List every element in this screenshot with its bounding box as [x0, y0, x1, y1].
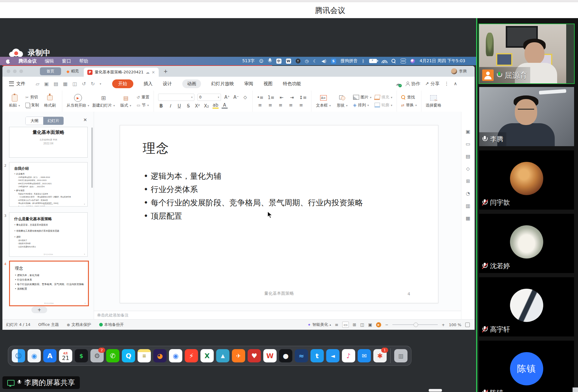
dock-icon-wechat[interactable]: ✆ — [106, 349, 119, 362]
dock-icon-mail[interactable]: ✉ — [358, 349, 371, 362]
copy-button[interactable]: 复制 — [25, 102, 39, 108]
align-right-button[interactable]: ≡ — [278, 102, 284, 108]
slide-thumbnail-3[interactable]: 什么是量化基本面策略 量化是定语，主语是基本面投资 借助量化工具更有效地执行基本… — [9, 212, 88, 257]
slideshow-play-button[interactable]: ▶ — [376, 322, 381, 327]
decrease-font-button[interactable]: A⁻ — [233, 95, 239, 100]
paste-button[interactable]: 粘贴▾ — [7, 94, 22, 108]
new-tab-button[interactable]: + — [164, 68, 168, 74]
dock-icon-red-app[interactable]: ⚡ — [185, 349, 198, 362]
add-slide-button[interactable]: + — [31, 307, 47, 313]
dock-icon-paper-plane-app[interactable]: ✈ — [232, 349, 245, 362]
open-icon[interactable]: ▱ — [36, 81, 39, 87]
wps-tray-icon[interactable]: W — [286, 59, 291, 64]
underline-button[interactable]: U — [176, 103, 182, 109]
dock-icon-spreadsheet[interactable]: X — [200, 349, 214, 362]
zoom-slider-thumb[interactable] — [414, 323, 418, 327]
panel-scrollbar[interactable] — [91, 127, 93, 188]
tab-design[interactable]: 设计 — [163, 81, 172, 87]
cloud-sync-icon[interactable]: ☁ — [146, 70, 150, 75]
align-left-button[interactable]: ≡ — [257, 102, 263, 108]
moon-icon[interactable]: ☾ — [313, 59, 317, 63]
clear-format-button[interactable]: ◇ — [242, 95, 248, 100]
participant-tile-liteng[interactable]: 李腾 — [479, 87, 574, 146]
format-painter-button[interactable]: 格式刷 — [42, 94, 58, 108]
align-center-button[interactable]: ≡ — [267, 102, 273, 108]
dock-icon-bird-app[interactable]: t — [310, 349, 324, 362]
dock-icon-vscode[interactable]: ◄ — [326, 349, 339, 362]
dock-icon-firefox[interactable]: ◕ — [153, 349, 167, 362]
wifi-icon[interactable] — [382, 59, 387, 63]
dock-icon-github[interactable]: ● — [279, 349, 292, 362]
dock-icon-chrome[interactable]: ◉ — [169, 349, 182, 362]
right-panel-icon-1[interactable]: ▣ — [466, 129, 470, 134]
undo-icon[interactable]: ↺ — [82, 81, 86, 87]
cloud-status-icon[interactable]: ☁✓ — [395, 81, 401, 87]
control-center-icon[interactable] — [401, 59, 406, 63]
export-pdf-icon[interactable]: ▤ — [54, 81, 58, 87]
right-panel-icon-7[interactable]: ▥ — [466, 203, 470, 209]
window-controls[interactable] — [2, 69, 27, 73]
dock-icon-wps[interactable]: W — [263, 349, 277, 362]
dock-icon-finder[interactable]: ☺ — [12, 349, 25, 362]
line-spacing-button[interactable]: ↕≡ — [299, 95, 307, 100]
bullet-list-button[interactable]: •≡ — [257, 95, 263, 100]
dock-icon-system-preferences[interactable]: ⚙2 — [90, 349, 104, 362]
play-from-current-button[interactable]: ▶ 从当前开始▾ — [67, 94, 89, 108]
fit-window-icon[interactable] — [465, 323, 470, 327]
theme-label[interactable]: Office 主题 — [38, 322, 59, 327]
indent-button[interactable]: ⇥ — [289, 95, 295, 100]
tab-document[interactable]: P 量化基本面策略-20220421 ☁ ✕ — [84, 68, 159, 77]
menu-edit[interactable]: 编辑 — [45, 58, 54, 64]
tab-home[interactable]: 首页 — [40, 67, 61, 75]
dock-icon-mountain-app[interactable]: ▲ — [216, 349, 229, 362]
right-panel-icon-3[interactable]: ▤ — [466, 153, 470, 159]
sogou-icon[interactable]: S — [331, 59, 336, 64]
tab-view[interactable]: 视图 — [264, 81, 273, 87]
clock-icon[interactable]: ◷ — [305, 59, 309, 63]
save-icon[interactable]: ▣ — [44, 81, 49, 87]
outdent-button[interactable]: ⇤ — [279, 95, 285, 100]
menu-window[interactable]: 窗口 — [62, 58, 71, 64]
share-button[interactable]: ↗ 分享 — [425, 81, 440, 87]
screen-share-banner[interactable]: 李腾的屏幕共享 — [2, 376, 80, 389]
tab-docer[interactable]: ◆ 稻壳 — [67, 69, 79, 74]
print-preview-icon[interactable]: ◫ — [73, 81, 77, 87]
siri-icon[interactable] — [411, 59, 415, 63]
bluetooth-icon[interactable]: ᛒ — [362, 59, 365, 63]
slide-thumbnail-1[interactable]: 量化基本面策略 北京稳博私募 李腾 2022.04 — [9, 127, 88, 158]
account-area[interactable]: 李腾 — [451, 68, 475, 74]
dock-icon-safari[interactable]: ◉ — [28, 349, 41, 362]
tab-animation[interactable]: 动画 — [182, 79, 201, 88]
slide-thumbnail-4-selected[interactable]: 理念 逻辑为本，量化为辅 行业分类体系 每个行业的发展阶段、竞争格局、景气周期、… — [9, 261, 89, 306]
right-panel-icon-8[interactable]: ▦ — [466, 215, 470, 221]
backup-status[interactable]: 本地备份开 — [99, 322, 124, 327]
participant-tile-chenzhen[interactable]: 陈镇 陈镇 — [479, 341, 574, 392]
dock-icon-cards-app[interactable]: ♥ — [248, 349, 261, 362]
strikethrough-button[interactable]: S — [185, 103, 191, 109]
increase-font-button[interactable]: A⁺ — [224, 95, 230, 100]
right-panel-icon-4[interactable]: ◇ — [466, 166, 470, 172]
notes-toggle-icon[interactable]: ≡ — [335, 322, 339, 327]
right-panel-icon-5[interactable]: ⊞ — [466, 178, 470, 184]
arrange-button[interactable]: ◈排列▾ — [353, 102, 372, 108]
apple-menu-icon[interactable] — [6, 59, 10, 64]
right-panel-icon-6[interactable]: ◔ — [466, 191, 470, 196]
notes-bar[interactable]: 单击此处添加备注 — [94, 311, 461, 320]
dock-icon-calendar[interactable]: 4月 21 — [59, 349, 72, 362]
participant-tile-quyuanyu[interactable]: 屈源育 — [479, 24, 575, 84]
font-color-button[interactable]: A — [222, 103, 228, 109]
dock-icon-notes[interactable]: ≡ — [138, 349, 151, 362]
zoom-out-button[interactable]: − — [385, 323, 388, 327]
tab-insert[interactable]: 插入 — [144, 81, 153, 87]
tab-start[interactable]: 开始 — [112, 79, 133, 88]
reset-button[interactable]: ↺重置 — [137, 95, 149, 100]
cut-button[interactable]: ✂剪切 — [25, 95, 39, 100]
dock-icon-pinwheel-app[interactable]: ✱1 — [373, 349, 387, 362]
ribbon-collapse-icon[interactable]: ∧ — [454, 81, 457, 86]
redo-icon[interactable]: ↻ — [91, 81, 95, 87]
find-button[interactable]: 查找 — [401, 95, 417, 100]
tab-slides[interactable]: 幻灯片 — [43, 117, 63, 125]
menu-app[interactable]: 腾讯会议 — [18, 58, 37, 64]
italic-button[interactable]: I — [167, 103, 173, 109]
dock-icon-docker[interactable]: ≈ — [295, 349, 308, 362]
